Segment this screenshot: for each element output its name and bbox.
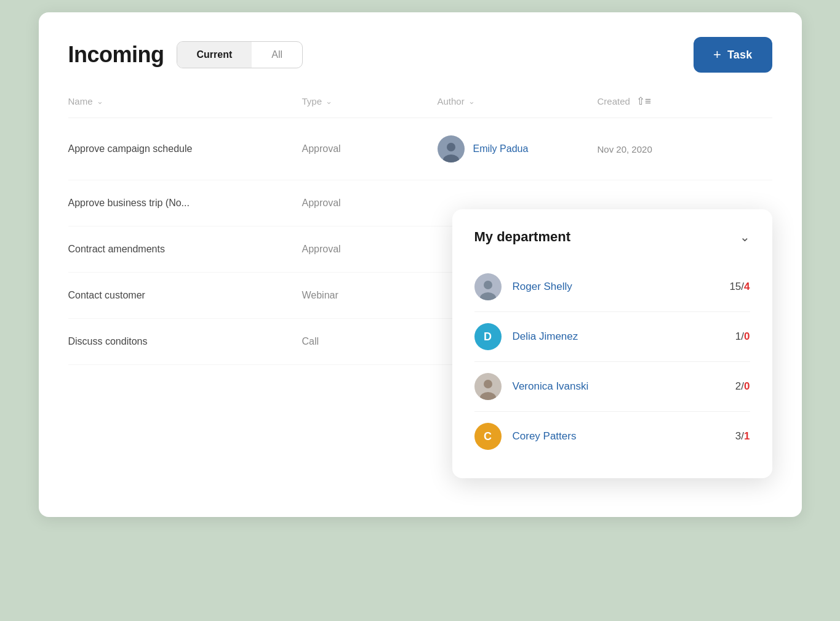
plus-icon: + xyxy=(713,47,721,63)
avatar: D xyxy=(474,323,502,350)
col-type-header[interactable]: Type ⌄ xyxy=(302,95,438,108)
dept-member-name[interactable]: Roger Shelly xyxy=(513,281,719,293)
dept-member-count: 2/0 xyxy=(735,380,750,393)
tab-current[interactable]: Current xyxy=(177,42,252,68)
row-type: Approval xyxy=(302,143,438,154)
count-red: 0 xyxy=(744,331,750,342)
row-type: Webinar xyxy=(302,290,438,301)
table-header: Name ⌄ Type ⌄ Author ⌄ Created ⇧≡ xyxy=(68,95,772,118)
dropdown-header: My department ⌄ xyxy=(474,229,750,245)
add-task-button[interactable]: + Task xyxy=(694,37,772,73)
row-created: Nov 20, 2020 xyxy=(598,144,772,154)
header: Incoming Current All + Task xyxy=(68,37,772,73)
sort-type-icon: ⌄ xyxy=(326,97,332,106)
header-left: Incoming Current All xyxy=(68,41,303,68)
col-name-header[interactable]: Name ⌄ xyxy=(68,95,302,108)
dept-member-row: C Corey Patters 3/1 xyxy=(474,412,750,461)
row-name: Discuss conditons xyxy=(68,336,302,347)
sort-name-icon: ⌄ xyxy=(97,97,103,106)
row-name: Approve campaign schedule xyxy=(68,143,302,154)
main-card: Incoming Current All + Task Name ⌄ Type … xyxy=(39,12,802,517)
row-name: Contact customer xyxy=(68,290,302,301)
col-author-label: Author xyxy=(438,96,465,106)
col-created-header[interactable]: Created ⇧≡ xyxy=(598,95,772,108)
dept-member-name[interactable]: Veronica Ivanski xyxy=(513,380,724,393)
avatar xyxy=(474,273,502,300)
dept-member-row: D Delia Jimenez 1/0 xyxy=(474,312,750,362)
author-name[interactable]: Emily Padua xyxy=(473,143,529,154)
dept-member-row: Veronica Ivanski 2/0 xyxy=(474,362,750,412)
svg-point-5 xyxy=(480,392,496,400)
row-name: Approve business trip (No... xyxy=(68,198,302,209)
dept-member-row: Roger Shelly 15/4 xyxy=(474,262,750,312)
col-type-label: Type xyxy=(302,96,322,106)
avatar-initial: C xyxy=(484,430,492,443)
dept-member-name[interactable]: Corey Patters xyxy=(513,430,724,443)
add-task-label: Task xyxy=(727,49,753,62)
svg-point-3 xyxy=(480,292,496,300)
chevron-down-icon[interactable]: ⌄ xyxy=(740,230,750,244)
svg-point-0 xyxy=(447,143,455,151)
dept-member-count: 15/4 xyxy=(729,281,750,293)
svg-point-1 xyxy=(443,154,459,162)
row-name: Contract amendments xyxy=(68,244,302,255)
row-type: Approval xyxy=(302,198,438,209)
count-red: 4 xyxy=(744,281,750,292)
department-dropdown: My department ⌄ Roger Shelly 15/4 D Deli… xyxy=(452,209,772,478)
svg-point-2 xyxy=(484,281,492,289)
avatar-portrait-svg xyxy=(476,277,500,300)
avatar-initial: D xyxy=(484,331,492,343)
col-created-label: Created xyxy=(598,96,630,106)
col-name-label: Name xyxy=(68,96,93,106)
row-type: Call xyxy=(302,336,438,347)
count-normal: 3/ xyxy=(735,430,744,442)
avatar xyxy=(438,135,465,162)
row-type: Approval xyxy=(302,244,438,255)
avatar-portrait-svg xyxy=(476,377,500,400)
avatar-portrait-svg xyxy=(439,139,463,162)
count-red: 0 xyxy=(744,380,750,392)
count-red: 1 xyxy=(744,430,750,442)
page-title: Incoming xyxy=(68,42,164,68)
count-normal: 1/ xyxy=(735,331,744,342)
avatar: C xyxy=(474,423,502,450)
col-author-header[interactable]: Author ⌄ xyxy=(438,95,598,108)
tab-all[interactable]: All xyxy=(252,42,302,68)
dept-member-count: 3/1 xyxy=(735,430,750,443)
count-normal: 2/ xyxy=(735,380,744,392)
dropdown-title: My department xyxy=(474,229,570,245)
dept-member-name[interactable]: Delia Jimenez xyxy=(513,331,724,343)
table-row: Approve campaign schedule Approval Emily… xyxy=(68,118,772,180)
count-normal: 15/ xyxy=(729,281,744,292)
svg-point-4 xyxy=(484,380,492,388)
row-author: Emily Padua xyxy=(438,135,598,162)
tab-group: Current All xyxy=(177,41,303,68)
sort-author-icon: ⌄ xyxy=(468,97,475,106)
avatar xyxy=(474,373,502,400)
sort-created-icon: ⇧≡ xyxy=(636,95,651,108)
dept-member-count: 1/0 xyxy=(735,331,750,343)
